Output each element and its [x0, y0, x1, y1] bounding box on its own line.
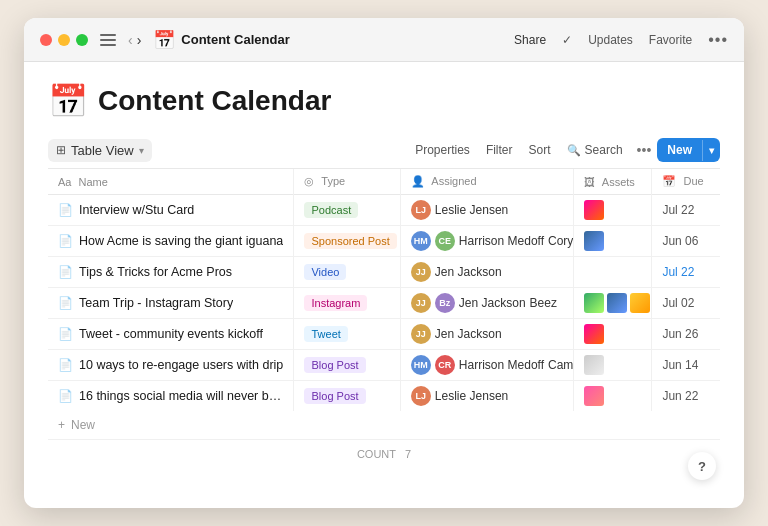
- asset-thumbnail: [630, 293, 650, 313]
- minimize-button[interactable]: [58, 34, 70, 46]
- avatar: Bz: [435, 293, 455, 313]
- col-header-type[interactable]: ◎ Type: [294, 169, 400, 195]
- traffic-lights: [40, 34, 88, 46]
- assigned-cell: LJLeslie Jensen: [411, 386, 564, 406]
- assigned-name: Jen Jackson: [435, 327, 502, 341]
- maximize-button[interactable]: [76, 34, 88, 46]
- table-row[interactable]: 📄 16 things social media will never be a…: [48, 381, 720, 412]
- type-badge: Sponsored Post: [304, 233, 396, 249]
- row-doc-icon: 📄: [58, 203, 73, 217]
- row-doc-icon: 📄: [58, 234, 73, 248]
- due-col-icon: 📅: [662, 175, 676, 187]
- forward-arrow[interactable]: ›: [137, 32, 142, 48]
- assets-cell: [584, 324, 641, 344]
- col-header-assets[interactable]: 🖼 Assets: [574, 169, 652, 195]
- type-badge: Tweet: [304, 326, 347, 342]
- add-row-label: New: [71, 418, 95, 432]
- table-row[interactable]: 📄 10 ways to re-engage users with drip B…: [48, 350, 720, 381]
- cell-name: 📄 Tips & Tricks for Acme Pros: [58, 265, 283, 279]
- help-button[interactable]: ?: [688, 452, 716, 480]
- titlebar: ‹ › 📅 Content Calendar Share ✓ Updates F…: [24, 18, 744, 62]
- chevron-down-icon: ▾: [139, 145, 144, 156]
- page-header-icon: 📅: [48, 82, 88, 120]
- view-selector[interactable]: ⊞ Table View ▾: [48, 139, 152, 162]
- new-button[interactable]: New ▾: [657, 138, 720, 162]
- col-header-name[interactable]: Aa Name: [48, 169, 294, 195]
- row-name-text: How Acme is saving the giant iguana: [79, 234, 283, 248]
- avatar: HM: [411, 355, 431, 375]
- avatar: LJ: [411, 200, 431, 220]
- new-button-chevron-icon[interactable]: ▾: [702, 140, 720, 161]
- assigned-name: Jen Jackson: [459, 296, 526, 310]
- type-badge: Instagram: [304, 295, 367, 311]
- assigned-name: Harrison Medoff: [459, 234, 544, 248]
- count-row: COUNT 7: [48, 440, 720, 468]
- row-doc-icon: 📄: [58, 327, 73, 341]
- col-header-assigned[interactable]: 👤 Assigned: [400, 169, 574, 195]
- row-name-text: 16 things social media will never be a: [79, 389, 283, 403]
- cell-name: 📄 Team Trip - Instagram Story: [58, 296, 283, 310]
- cell-name: 📄 Tweet - community events kickoff: [58, 327, 283, 341]
- table-row[interactable]: 📄 How Acme is saving the giant iguana Sp…: [48, 226, 720, 257]
- favorite-button[interactable]: Favorite: [649, 33, 692, 47]
- assets-cell: [584, 231, 641, 251]
- assets-col-icon: 🖼: [584, 176, 595, 188]
- back-arrow[interactable]: ‹: [128, 32, 133, 48]
- assets-cell: [584, 293, 641, 313]
- toolbar-more-icon[interactable]: •••: [631, 138, 658, 162]
- assigned-name: Leslie Jensen: [435, 389, 508, 403]
- due-date: Jul 22: [662, 203, 694, 217]
- updates-button[interactable]: Updates: [588, 33, 633, 47]
- due-date: Jul 22: [662, 265, 694, 279]
- assigned-col-icon: 👤: [411, 175, 425, 187]
- assigned-name-2: Beez: [530, 296, 557, 310]
- window-title: Content Calendar: [181, 32, 514, 47]
- asset-thumbnail: [584, 324, 604, 344]
- table-row[interactable]: 📄 Interview w/Stu Card PodcastLJLeslie J…: [48, 195, 720, 226]
- table-row[interactable]: 📄 Tweet - community events kickoff Tweet…: [48, 319, 720, 350]
- row-name-text: Tweet - community events kickoff: [79, 327, 263, 341]
- row-name-text: 10 ways to re-engage users with drip: [79, 358, 283, 372]
- avatar: HM: [411, 231, 431, 251]
- close-button[interactable]: [40, 34, 52, 46]
- assigned-cell: HMCRHarrison MedoffCamille Ricketts: [411, 355, 564, 375]
- row-doc-icon: 📄: [58, 296, 73, 310]
- menu-icon[interactable]: [100, 34, 116, 46]
- col-header-due[interactable]: 📅 Due: [652, 169, 720, 195]
- assigned-name-2: Cory Etzkorn: [548, 234, 574, 248]
- page-icon: 📅: [153, 29, 175, 51]
- row-doc-icon: 📄: [58, 265, 73, 279]
- name-col-icon: Aa: [58, 176, 71, 188]
- asset-thumbnail: [584, 293, 604, 313]
- assigned-cell: JJJen Jackson: [411, 262, 564, 282]
- asset-thumbnail: [607, 293, 627, 313]
- cell-name: 📄 16 things social media will never be a: [58, 389, 283, 403]
- table-row[interactable]: 📄 Tips & Tricks for Acme Pros VideoJJJen…: [48, 257, 720, 288]
- table-view-icon: ⊞: [56, 143, 66, 157]
- search-button[interactable]: 🔍 Search: [559, 139, 631, 161]
- type-badge: Podcast: [304, 202, 358, 218]
- count-label: COUNT: [357, 448, 396, 460]
- avatar: LJ: [411, 386, 431, 406]
- assigned-cell: JJJen Jackson: [411, 324, 564, 344]
- table-row[interactable]: 📄 Team Trip - Instagram Story InstagramJ…: [48, 288, 720, 319]
- avatar: CR: [435, 355, 455, 375]
- new-button-label: New: [657, 138, 702, 162]
- avatar: JJ: [411, 262, 431, 282]
- search-label: Search: [585, 143, 623, 157]
- row-doc-icon: 📄: [58, 358, 73, 372]
- row-name-text: Interview w/Stu Card: [79, 203, 194, 217]
- view-label: Table View: [71, 143, 134, 158]
- row-doc-icon: 📄: [58, 389, 73, 403]
- sort-button[interactable]: Sort: [521, 139, 559, 161]
- properties-button[interactable]: Properties: [407, 139, 478, 161]
- page-header: 📅 Content Calendar: [48, 62, 720, 132]
- assigned-cell: LJLeslie Jensen: [411, 200, 564, 220]
- share-button[interactable]: Share: [514, 33, 546, 47]
- add-row[interactable]: + New: [48, 411, 720, 440]
- more-options-icon[interactable]: •••: [708, 31, 728, 49]
- due-date: Jun 22: [662, 389, 698, 403]
- type-badge: Blog Post: [304, 388, 365, 404]
- updates-check-icon: ✓: [562, 33, 572, 47]
- filter-button[interactable]: Filter: [478, 139, 521, 161]
